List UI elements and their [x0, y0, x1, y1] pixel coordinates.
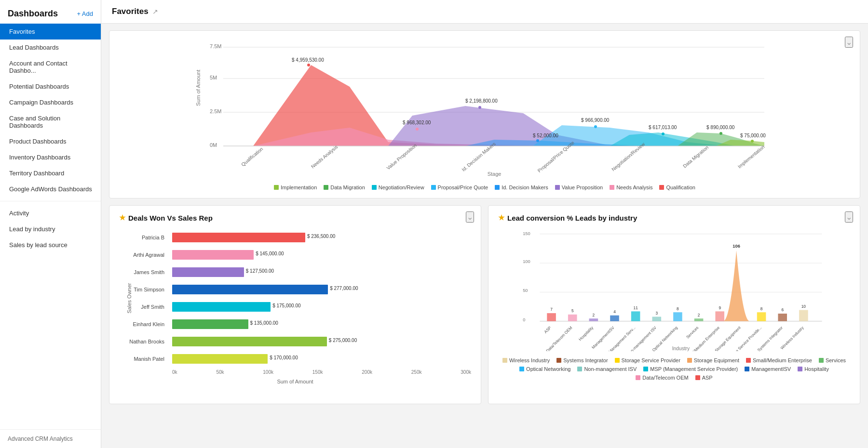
svg-point-10: [307, 64, 310, 66]
bar-row: Nathan Brooks $ 275,000.00: [172, 333, 471, 350]
legend-item: Storage Service Provider: [615, 357, 680, 363]
svg-text:$ 617,013.00: $ 617,013.00: [649, 125, 677, 130]
top-chart-card: ⌄ 7.5M 5M 2.5M 0M Sum of Amount: [109, 30, 860, 198]
svg-rect-66: [778, 314, 787, 321]
legend-item: Id. Decision Makers: [495, 184, 548, 190]
bar-chart-wrapper: Patricia B $ 236,500.00 Arthi Agrawal $ …: [119, 229, 471, 368]
top-chart-legend: ImplementationData MigrationNegotiation/…: [119, 184, 850, 190]
svg-text:0M: 0M: [210, 142, 217, 148]
svg-rect-49: [589, 318, 598, 321]
svg-text:Needs Analysis: Needs Analysis: [310, 144, 339, 169]
svg-text:8: 8: [677, 306, 679, 311]
svg-text:7: 7: [550, 307, 553, 312]
legend-item: Storage Equipment: [687, 357, 739, 363]
legend-item: Non-management ISV: [577, 366, 637, 372]
sidebar-item-lead-dashboards[interactable]: Lead Dashboards: [0, 40, 101, 55]
legend-item: Systems Integrator: [556, 357, 608, 363]
svg-point-24: [751, 140, 754, 143]
svg-text:$ 52,000.00: $ 52,000.00: [533, 133, 558, 138]
svg-text:Services: Services: [685, 325, 700, 340]
legend-item: Optical Networking: [519, 366, 570, 372]
collapse-deals-chart[interactable]: ⌄: [466, 211, 474, 223]
legend-item: Negotiation/Review: [372, 184, 424, 190]
sidebar-item-account-contact[interactable]: Account and Contact Dashbo...: [0, 55, 101, 79]
svg-text:2.5M: 2.5M: [210, 108, 221, 114]
svg-text:$ 4,959,530.00: $ 4,959,530.00: [292, 57, 324, 63]
svg-text:7.5M: 7.5M: [210, 43, 221, 49]
collapse-industry-chart[interactable]: ⌄: [845, 211, 853, 223]
sidebar-item-inventory-dashboards[interactable]: Inventory Dashboards: [0, 149, 101, 165]
svg-rect-68: [799, 310, 808, 321]
app-title: Dashboards: [8, 9, 58, 19]
svg-text:6: 6: [781, 307, 784, 312]
bar-label: Patricia B: [120, 235, 168, 240]
svg-rect-51: [610, 316, 619, 321]
svg-text:100: 100: [523, 259, 530, 264]
sidebar-section-item-lead-by-industry[interactable]: Lead by industry: [0, 221, 101, 237]
bar-label: Nathan Brooks: [120, 339, 168, 344]
svg-rect-59: [694, 318, 704, 321]
charts-area: ⌄ 7.5M 5M 2.5M 0M Sum of Amount: [101, 24, 868, 411]
add-button[interactable]: + Add: [77, 10, 93, 17]
deals-chart-card: ⌄ ★ Deals Won Vs Sales Rep Patricia B $ …: [109, 205, 481, 404]
sidebar-item-case-solution[interactable]: Case and Solution Dashboards: [0, 110, 101, 133]
sidebar-nav: FavoritesLead DashboardsAccount and Cont…: [0, 24, 101, 197]
svg-text:$ 2,198,800.00: $ 2,198,800.00: [465, 98, 498, 104]
svg-text:Implementation: Implementation: [737, 144, 765, 169]
sidebar-sections: ActivityLead by industrySales by lead so…: [0, 205, 101, 253]
bar-label: Manish Patel: [120, 356, 168, 362]
svg-text:Hospitality: Hospitality: [578, 325, 595, 342]
page-title: Favorites: [112, 7, 149, 16]
svg-text:9: 9: [719, 305, 721, 310]
y-axis-label: Sales Owner: [126, 283, 132, 314]
bar-row: Arthi Agrawal $ 145,000.00: [172, 246, 471, 264]
external-link-icon[interactable]: ↗: [152, 8, 158, 15]
bar-row: Patricia B $ 236,500.00: [172, 229, 471, 246]
legend-item: Wireless Industry: [502, 357, 550, 363]
sidebar-item-product-dashboards[interactable]: Product Dashboards: [0, 133, 101, 149]
legend-item: Services: [819, 357, 846, 363]
svg-text:$ 890,000.00: $ 890,000.00: [706, 125, 735, 130]
svg-rect-47: [568, 315, 577, 321]
legend-item: ASP: [695, 375, 713, 381]
svg-point-20: [662, 132, 665, 135]
sidebar-section-item-sales-by-lead-source[interactable]: Sales by lead source: [0, 237, 101, 253]
svg-text:Small/Medium Enterprise: Small/Medium Enterprise: [685, 325, 720, 351]
sidebar-section-item-activity[interactable]: Activity: [0, 205, 101, 221]
svg-point-18: [594, 125, 597, 128]
svg-text:Data Migration: Data Migration: [682, 145, 709, 169]
bar-chart-area: Patricia B $ 236,500.00 Arthi Agrawal $ …: [172, 229, 471, 368]
svg-point-12: [416, 128, 419, 131]
x-axis-label: Sum of Amount: [119, 379, 471, 384]
svg-text:$ 968,302.00: $ 968,302.00: [403, 120, 431, 125]
bottom-row: ⌄ ★ Deals Won Vs Sales Rep Patricia B $ …: [109, 205, 860, 404]
svg-text:0: 0: [523, 317, 525, 322]
legend-item: Value Proposition: [555, 184, 603, 190]
industry-chart-svg: 150 100 50 0 Record Count: [498, 226, 850, 351]
svg-text:10: 10: [801, 304, 806, 309]
svg-rect-61: [715, 311, 724, 321]
svg-point-14: [478, 106, 481, 109]
legend-item: Data Migration: [324, 184, 365, 190]
legend-item: Hospitality: [798, 366, 829, 372]
svg-text:Qualification: Qualification: [240, 146, 264, 167]
svg-text:Sum of Amount: Sum of Amount: [195, 70, 201, 106]
sidebar-item-territory-dashboard[interactable]: Territory Dashboard: [0, 165, 101, 181]
legend-item: Needs Analysis: [610, 184, 652, 190]
svg-text:3: 3: [655, 311, 658, 316]
sidebar-item-google-adwords[interactable]: Google AdWords Dashboards: [0, 181, 101, 197]
industry-chart-legend: Wireless IndustrySystems IntegratorStora…: [498, 357, 850, 381]
legend-item: Qualification: [659, 184, 695, 190]
sidebar-item-favorites[interactable]: Favorites: [0, 24, 101, 40]
svg-point-16: [536, 139, 539, 142]
bar-label: Arthi Agrawal: [120, 252, 168, 258]
bar-row: Einhard Klein $ 135,000.00: [172, 316, 471, 333]
sidebar: Dashboards + Add FavoritesLead Dashboard…: [0, 0, 101, 448]
collapse-top-chart[interactable]: ⌄: [845, 37, 853, 48]
deals-chart-inner: ★ Deals Won Vs Sales Rep Patricia B $ 23…: [109, 206, 481, 404]
sidebar-item-potential-dashboards[interactable]: Potential Dashboards: [0, 79, 101, 94]
bar-label: James Smith: [120, 269, 168, 275]
sidebar-item-campaign-dashboards[interactable]: Campaign Dashboards: [0, 94, 101, 110]
main-header: Favorites ↗: [101, 0, 868, 24]
svg-text:150: 150: [523, 231, 530, 236]
